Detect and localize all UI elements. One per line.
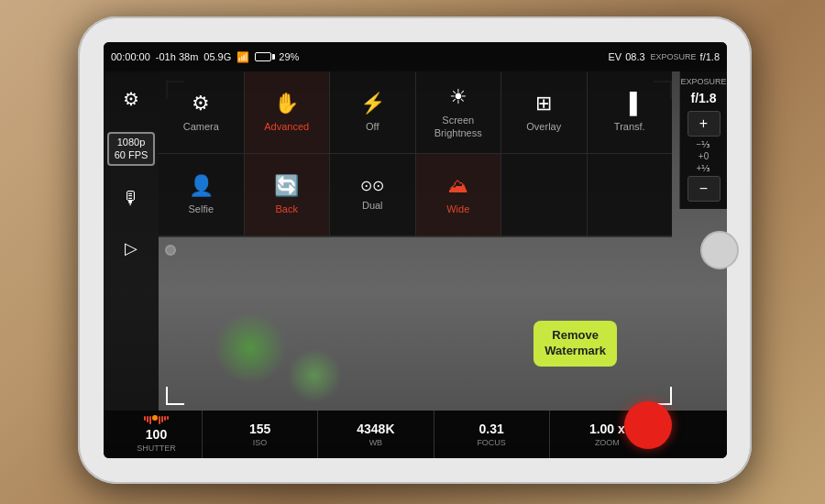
selfie-menu-icon: 👤 bbox=[189, 174, 214, 198]
menu-item-back[interactable]: 🔄 Back bbox=[245, 154, 331, 236]
menu-row-1: ⚙ Camera ✋ Advanced ⚡ Off ☀ Screen Brigh… bbox=[159, 71, 672, 154]
advanced-menu-icon: ✋ bbox=[274, 92, 299, 115]
menu-item-wide[interactable]: ⛰ Wide bbox=[416, 154, 502, 236]
off-menu-icon: ⚡ bbox=[360, 92, 385, 115]
menu-item-advanced[interactable]: ✋ Advanced bbox=[245, 71, 331, 153]
menu-item-camera[interactable]: ⚙ Camera bbox=[159, 71, 245, 153]
back-menu-label: Back bbox=[276, 203, 298, 215]
menu-item-placeholder bbox=[588, 154, 673, 236]
selfie-menu-label: Selfie bbox=[188, 203, 214, 215]
fps-label: 60 FPS bbox=[115, 148, 148, 161]
battery-status: 29% bbox=[255, 51, 299, 62]
exposure-minus-button[interactable]: − bbox=[688, 176, 720, 202]
home-button[interactable] bbox=[700, 231, 739, 269]
wb-value: 4348K bbox=[357, 422, 394, 436]
shutter-indicator bbox=[144, 416, 169, 424]
watermark-label: Remove Watermark bbox=[544, 328, 606, 357]
zoom-value: 1.00 x bbox=[589, 422, 625, 436]
wb-segment[interactable]: 4348K WB bbox=[318, 411, 434, 458]
exposure-panel-value: f/1.8 bbox=[690, 91, 716, 105]
wide-menu-icon: ⛰ bbox=[448, 174, 468, 198]
wb-label: WB bbox=[369, 438, 383, 447]
exposure-panel: EXPOSURE f/1.8 + −⅓ +0 +⅓ − bbox=[679, 71, 727, 209]
transfer-menu-label: Transf. bbox=[614, 121, 645, 133]
shutter-value: 100 bbox=[146, 427, 167, 442]
record-button[interactable] bbox=[624, 401, 672, 449]
menu-item-off[interactable]: ⚡ Off bbox=[330, 71, 416, 153]
mic-icon[interactable]: 🎙 bbox=[115, 182, 148, 215]
settings-icon[interactable]: ⚙ bbox=[115, 82, 148, 115]
front-camera bbox=[165, 245, 176, 256]
brightness-menu-icon: ☀ bbox=[449, 85, 468, 109]
play-icon[interactable]: ▷ bbox=[115, 232, 148, 265]
bracket-bottom-left bbox=[166, 387, 184, 405]
exposure-panel-title: EXPOSURE bbox=[680, 77, 726, 87]
advanced-menu-label: Advanced bbox=[264, 121, 309, 133]
dual-menu-label: Dual bbox=[362, 200, 383, 212]
status-bar: 00:00:00 -01h 38m 05.9G 📶 29% EV 08.3 bbox=[104, 42, 727, 71]
exposure-plus-button[interactable]: + bbox=[688, 111, 720, 137]
camera-menu-icon: ⚙ bbox=[192, 92, 210, 115]
menu-item-extra[interactable] bbox=[501, 154, 588, 236]
timecode: 00:00:00 bbox=[111, 51, 150, 62]
overlay-menu-icon: ⊞ bbox=[535, 92, 552, 115]
menu-item-dual[interactable]: ⊙⊙ Dual bbox=[330, 154, 416, 236]
remaining-time: -01h 38m bbox=[156, 51, 198, 62]
menu-overlay: ⚙ Camera ✋ Advanced ⚡ Off ☀ Screen Brigh… bbox=[159, 71, 672, 237]
iso-value: 155 bbox=[249, 422, 270, 436]
exposure-step-plus-third: +⅓ bbox=[697, 162, 711, 174]
menu-item-transfer[interactable]: ▐ Transf. bbox=[588, 71, 673, 153]
resolution-badge[interactable]: 1080p 60 FPS bbox=[107, 132, 156, 166]
iso-segment[interactable]: 155 ISO bbox=[203, 411, 318, 458]
shutter-label: SHUTTER bbox=[137, 444, 176, 453]
transfer-menu-icon: ▐ bbox=[622, 92, 637, 115]
phone-body: 00:00:00 -01h 38m 05.9G 📶 29% EV 08.3 bbox=[78, 16, 752, 484]
shutter-segment[interactable]: 100 SHUTTER bbox=[111, 411, 203, 458]
left-sidebar: ⚙ 1080p 60 FPS 🎙 ▷ bbox=[104, 71, 159, 411]
focus-label: FOCUS bbox=[477, 438, 506, 447]
menu-item-screen-brightness[interactable]: ☀ Screen Brightness bbox=[416, 71, 502, 153]
camera-menu-label: Camera bbox=[183, 121, 219, 133]
off-menu-label: Off bbox=[366, 121, 379, 133]
brightness-menu-label: Screen Brightness bbox=[434, 115, 482, 138]
storage: 05.9G bbox=[204, 51, 231, 62]
menu-row-2: 👤 Selfie 🔄 Back ⊙⊙ Dual ⛰ Wide bbox=[159, 154, 672, 236]
exposure-step-zero: +0 bbox=[698, 150, 709, 162]
back-menu-icon: 🔄 bbox=[274, 174, 299, 198]
overlay-menu-label: Overlay bbox=[526, 121, 561, 133]
wide-menu-label: Wide bbox=[446, 203, 469, 215]
wifi-signal: 📶 bbox=[236, 51, 249, 63]
focus-segment[interactable]: 0.31 FOCUS bbox=[434, 411, 550, 458]
phone-screen: 00:00:00 -01h 38m 05.9G 📶 29% EV 08.3 bbox=[104, 42, 727, 458]
watermark-badge[interactable]: Remove Watermark bbox=[534, 321, 617, 367]
menu-item-overlay[interactable]: ⊞ Overlay bbox=[501, 71, 588, 153]
exposure-step-minus-third: −⅓ bbox=[697, 138, 711, 150]
iso-label: ISO bbox=[253, 438, 268, 447]
focus-value: 0.31 bbox=[479, 422, 504, 436]
ev-value: EV 08.3 bbox=[608, 51, 644, 62]
exposure-status: EXPOSURE f/1.8 bbox=[651, 51, 720, 62]
resolution-label: 1080p bbox=[115, 136, 148, 148]
dual-menu-icon: ⊙⊙ bbox=[360, 177, 384, 194]
zoom-label: ZOOM bbox=[595, 438, 620, 447]
menu-item-selfie[interactable]: 👤 Selfie bbox=[159, 154, 245, 236]
